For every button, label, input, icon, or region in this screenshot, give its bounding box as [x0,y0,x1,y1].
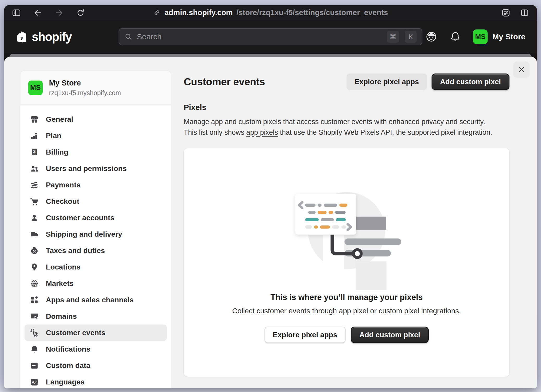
sidebar-item-custom-data[interactable]: Custom data [24,357,167,374]
pixels-section-title: Pixels [184,103,509,112]
settings-nav: General Plan $ Billing Users and permiss… [20,105,171,388]
sidebar-store-header: MS My Store rzq1xu-f5.myshopify.com [20,71,171,105]
page-settings-icon[interactable] [500,7,511,18]
split-view-icon[interactable] [519,7,530,18]
notifications-bell-icon[interactable] [449,30,462,43]
shopify-logo[interactable]: s shopify [16,30,72,44]
billing-icon: $ [30,148,39,157]
person-icon [30,213,39,223]
globe-icon: $ [30,279,39,288]
checkout-icon [30,197,39,206]
account-menu[interactable]: MS My Store [473,29,525,44]
page-title: Customer events [184,76,265,88]
settings-stage: MS My Store rzq1xu-f5.myshopify.com Gene… [4,53,537,388]
empty-state-heading: This is where you’ll manage your pixels [270,293,423,302]
sidebar-toggle-icon[interactable] [11,7,22,18]
url-path: /store/rzq1xu-f5/settings/customer_event… [236,8,388,17]
reload-button-icon[interactable] [75,7,86,18]
sidebar-item-checkout[interactable]: Checkout [24,193,167,210]
sidekick-assistant-icon[interactable] [425,30,438,43]
cursor-click-icon [30,328,39,338]
k-keycap: K [405,31,417,43]
empty-state-subtext: Collect customer events through app pixe… [232,307,461,315]
account-store-name: My Store [492,32,525,41]
link-icon [153,9,161,17]
forward-button-icon[interactable] [54,7,65,18]
empty-add-custom-pixel-button[interactable]: Add custom pixel [351,327,429,343]
sidebar-item-apps-and-sales-channels[interactable]: Apps and sales channels [24,292,167,308]
shopify-bag-icon: s [16,30,29,44]
store-avatar: MS [473,29,488,44]
search-icon [124,33,133,41]
browser-toolbar: admin.shopify.com/store/rzq1xu-f5/settin… [4,5,537,20]
payments-icon [30,180,39,190]
settings-modal: MS My Store rzq1xu-f5.myshopify.com Gene… [4,57,537,388]
add-custom-pixel-button[interactable]: Add custom pixel [432,74,509,90]
description-line2-pre: This list only shows [184,128,246,136]
plan-icon [30,131,39,140]
users-icon [30,164,39,173]
truck-icon [30,230,39,239]
sidebar-store-avatar: MS [28,81,43,95]
description-line1: Manage app and custom pixels that access… [184,118,485,126]
sidebar-item-languages[interactable]: A Languages [24,374,167,388]
shopify-wordmark: shopify [32,30,72,44]
svg-text:s: s [20,35,23,41]
pixels-illustration [279,192,414,296]
sidebar-item-billing[interactable]: $ Billing [24,144,167,160]
domains-icon [30,312,39,321]
svg-text:A: A [32,380,34,384]
sidebar-item-markets[interactable]: $ Markets [24,275,167,292]
sidebar-item-payments[interactable]: Payments [24,177,167,193]
sidebar-item-domains[interactable]: Domains [24,308,167,324]
sidebar-store-name: My Store [49,79,121,87]
svg-text:$: $ [35,283,38,287]
taxes-icon [30,246,39,255]
pixels-description: Manage app and custom pixels that access… [184,117,509,138]
sidebar-item-customer-events[interactable]: Customer events [24,324,167,341]
browser-window: admin.shopify.com/store/rzq1xu-f5/settin… [4,5,537,388]
pixels-empty-state-card: This is where you’ll manage your pixels … [184,148,509,377]
sidebar-item-plan[interactable]: Plan [24,127,167,144]
app-pixels-link[interactable]: app pixels [246,128,278,136]
settings-sidebar: MS My Store rzq1xu-f5.myshopify.com Gene… [20,71,171,388]
url-host: admin.shopify.com [164,8,233,17]
sidebar-item-locations[interactable]: Locations [24,259,167,275]
empty-explore-pixel-apps-button[interactable]: Explore pixel apps [265,327,346,343]
global-search-input[interactable]: Search ⌘ K [119,28,422,45]
pin-icon [30,262,39,272]
sidebar-item-users-and-permissions[interactable]: Users and permissions [24,160,167,177]
close-settings-button[interactable] [513,62,530,78]
bell-solid-icon [30,345,39,354]
search-placeholder: Search [137,32,381,41]
sidebar-store-domain: rzq1xu-f5.myshopify.com [49,89,121,97]
settings-main: Customer events Explore pixel apps Add c… [184,57,509,377]
sidebar-item-shipping-and-delivery[interactable]: Shipping and delivery [24,226,167,242]
sidebar-item-taxes-and-duties[interactable]: Taxes and duties [24,242,167,259]
data-slot-icon [30,361,39,370]
sidebar-item-customer-accounts[interactable]: Customer accounts [24,210,167,226]
description-line2-post: that use the Shopify Web Pixels API, the… [278,128,492,136]
sidebar-item-general[interactable]: General [24,111,167,127]
explore-pixel-apps-button[interactable]: Explore pixel apps [347,74,427,90]
shopify-header: s shopify Search ⌘ K MS My Store [4,20,537,53]
store-icon [30,115,39,124]
svg-text:$: $ [33,149,36,154]
translate-icon: A [30,377,39,387]
sidebar-item-notifications[interactable]: Notifications [24,341,167,357]
close-icon [518,66,525,74]
command-keycap: ⌘ [387,31,399,43]
back-button-icon[interactable] [32,7,43,18]
apps-icon [30,295,39,305]
